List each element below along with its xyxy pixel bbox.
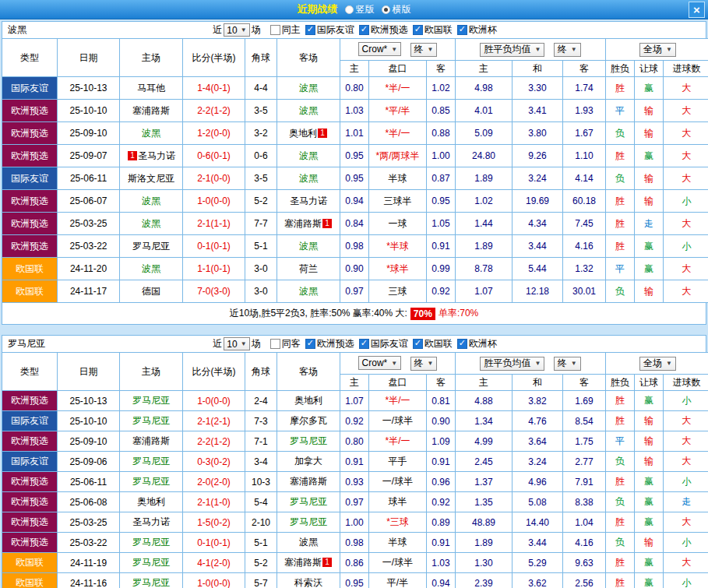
match-date: 25-09-10 — [58, 122, 120, 145]
team-link[interactable]: 奥地利 — [137, 496, 165, 507]
odds-final-select[interactable]: 终▼ — [410, 357, 438, 371]
team-link[interactable]: 波黑 — [299, 286, 318, 297]
filter-checkbox[interactable] — [359, 339, 369, 349]
team-link[interactable]: 塞浦路斯 — [132, 105, 170, 116]
team-link[interactable]: 罗马尼亚 — [290, 516, 327, 527]
team-link[interactable]: 波黑 — [142, 263, 160, 274]
team-link[interactable]: 塞浦路斯 — [284, 218, 322, 229]
match-date: 25-09-10 — [58, 431, 120, 452]
filter-checkbox-label: 欧洲杯 — [469, 337, 497, 350]
team-link[interactable]: 奥地利 — [289, 128, 317, 139]
radio-icon[interactable] — [382, 5, 390, 14]
scope-select[interactable]: 全场▼ — [639, 357, 676, 371]
radio-icon[interactable] — [345, 5, 354, 14]
layout-radio-horizontal[interactable]: 横版 — [382, 3, 411, 16]
red-card-badge: 1 — [318, 129, 327, 138]
result-flag: 负 — [606, 280, 635, 303]
team-link[interactable]: 波黑 — [299, 537, 318, 548]
team-link[interactable]: 荷兰 — [299, 263, 318, 274]
avg-away-odds: 1.93 — [563, 100, 606, 122]
corners: 3-0 — [245, 258, 277, 280]
avg-final-select[interactable]: 终▼ — [554, 357, 581, 371]
team-link[interactable]: 罗马尼亚 — [132, 537, 170, 548]
handicap-line: 半球 — [369, 533, 427, 553]
team-link[interactable]: 波黑 — [299, 105, 318, 116]
team-link[interactable]: 罗马尼亚 — [132, 415, 170, 426]
odds-away: 0.94 — [427, 573, 456, 588]
avg-draw-odds: 3.44 — [513, 533, 563, 553]
recent-count-select[interactable]: 10 ▼ — [224, 23, 249, 37]
close-button[interactable]: × — [689, 2, 705, 18]
team-link[interactable]: 圣马力诺 — [132, 516, 170, 527]
competition-type: 欧洲预选 — [2, 492, 58, 512]
games-label: 场 — [252, 337, 261, 350]
team-link[interactable]: 塞浦路斯 — [284, 557, 322, 568]
team-link[interactable]: 摩尔多瓦 — [290, 415, 327, 426]
odds-source-select[interactable]: Crow*▼ — [358, 356, 402, 370]
recent-count-select[interactable]: 10 ▼ — [224, 337, 249, 350]
avg-home-odds: 1.02 — [456, 190, 513, 213]
avg-away-odds: 2.56 — [563, 573, 606, 588]
avg-select[interactable]: 胜平负均值▼ — [480, 357, 544, 371]
team-link[interactable]: 圣马力诺 — [290, 195, 327, 206]
team-link[interactable]: 罗马尼亚 — [290, 496, 327, 507]
team-link[interactable]: 波黑 — [299, 241, 318, 252]
team-link[interactable]: 波黑 — [142, 218, 160, 229]
team-link[interactable]: 波黑 — [142, 128, 160, 139]
competition-type: 欧洲预选 — [2, 431, 58, 452]
goals-flag: 小 — [664, 533, 708, 553]
handicap-flag: 输 — [635, 190, 664, 213]
team-link[interactable]: 罗马尼亚 — [132, 241, 170, 252]
filter-checkbox[interactable] — [413, 25, 423, 35]
away-team-cell: 奥地利1 — [277, 122, 340, 145]
team-link[interactable]: 圣马力诺 — [138, 150, 175, 161]
team-link[interactable]: 科索沃 — [294, 577, 322, 588]
filter-checkbox[interactable] — [305, 339, 315, 349]
team-link[interactable]: 罗马尼亚 — [290, 435, 327, 446]
filter-checkbox-label: 欧洲预选 — [371, 23, 408, 37]
odds-final-select[interactable]: 终▼ — [410, 43, 438, 57]
corners: 10-3 — [245, 472, 277, 492]
dropdown-arrow-icon: ▼ — [571, 46, 577, 53]
goals-flag: 大 — [664, 122, 708, 145]
team-link[interactable]: 加拿大 — [294, 456, 322, 467]
odds-source-select[interactable]: Crow*▼ — [358, 42, 402, 56]
match-row: 欧洲预选25-09-071圣马力诺0-6(0-1)0-6波黑0.95*两/两球半… — [2, 145, 708, 167]
competition-type: 欧国联 — [2, 280, 58, 303]
team-link[interactable]: 波黑 — [299, 83, 318, 93]
sub-header-goals: 进球数 — [664, 61, 708, 77]
filter-checkbox[interactable] — [270, 25, 280, 35]
filter-checkbox[interactable] — [413, 339, 423, 349]
team-link[interactable]: 马耳他 — [137, 83, 165, 93]
scope-select[interactable]: 全场▼ — [639, 43, 676, 57]
col-header-corner: 角球 — [245, 353, 277, 391]
team-link[interactable]: 斯洛文尼亚 — [128, 173, 174, 184]
team-link[interactable]: 波黑 — [299, 173, 318, 184]
corners: 7-1 — [245, 431, 277, 452]
team-link[interactable]: 波黑 — [142, 195, 160, 206]
filter-checkbox[interactable] — [457, 25, 467, 35]
titlebar: 近期战绩 竖版 横版 × — [0, 0, 708, 19]
layout-radio-vertical[interactable]: 竖版 — [345, 3, 375, 16]
handicap-flag: 赢 — [635, 573, 664, 588]
team-link[interactable]: 罗马尼亚 — [132, 476, 170, 487]
filter-checkbox[interactable] — [270, 339, 280, 349]
team-link[interactable]: 波黑 — [299, 150, 318, 161]
avg-select[interactable]: 胜平负均值▼ — [480, 43, 544, 57]
team-link[interactable]: 塞浦路斯 — [132, 435, 170, 446]
avg-final-select[interactable]: 终▼ — [554, 43, 581, 57]
team-link[interactable]: 罗马尼亚 — [132, 395, 170, 406]
team-link[interactable]: 奥地利 — [294, 395, 322, 406]
team-link[interactable]: 罗马尼亚 — [132, 557, 170, 568]
avg-draw-odds: 3.82 — [513, 391, 563, 411]
team-link[interactable]: 罗马尼亚 — [132, 577, 170, 588]
team-link[interactable]: 塞浦路斯 — [290, 476, 327, 487]
team-link[interactable]: 罗马尼亚 — [132, 456, 170, 467]
filter-checkbox[interactable] — [359, 25, 369, 35]
match-date: 25-03-25 — [58, 512, 120, 533]
odd-rate-text: 单率:70% — [439, 307, 478, 320]
team-link[interactable]: 德国 — [142, 286, 160, 297]
filter-checkbox[interactable] — [457, 339, 467, 349]
filter-checkbox[interactable] — [305, 25, 315, 35]
handicap-flag: 输 — [635, 411, 664, 431]
